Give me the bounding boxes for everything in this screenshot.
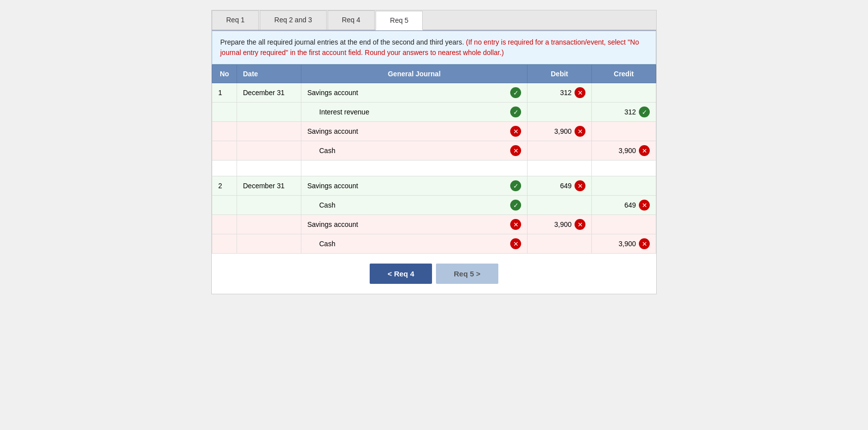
journal-label: Savings account xyxy=(307,182,510,190)
cell-journal: Savings account✕ xyxy=(301,122,528,141)
journal-table: No Date General Journal Debit Credit 1De… xyxy=(212,64,656,254)
x-icon[interactable]: ✕ xyxy=(510,145,521,156)
credit-value: 649 xyxy=(625,201,636,209)
cell-date xyxy=(237,234,301,254)
journal-label: Cash xyxy=(307,240,510,248)
cell-credit xyxy=(592,83,656,103)
journal-label: Interest revenue xyxy=(307,108,510,116)
prev-button[interactable]: < Req 4 xyxy=(370,264,432,284)
cell-credit: 649✕ xyxy=(592,196,656,215)
header-debit: Debit xyxy=(528,65,592,83)
table-row: 1December 31Savings account✓312✕ xyxy=(212,83,656,103)
cell-credit: 312✓ xyxy=(592,103,656,122)
cell-credit xyxy=(592,122,656,141)
x-icon[interactable]: ✕ xyxy=(639,145,650,156)
cell-no xyxy=(212,122,237,141)
cell-date xyxy=(237,161,301,176)
journal-label: Savings account xyxy=(307,127,510,135)
cell-date xyxy=(237,196,301,215)
cell-date: December 31 xyxy=(237,176,301,196)
cell-date xyxy=(237,141,301,161)
x-icon[interactable]: ✕ xyxy=(639,238,650,249)
x-icon[interactable]: ✕ xyxy=(510,219,521,230)
debit-value: 312 xyxy=(560,89,572,97)
credit-value: 312 xyxy=(625,108,636,116)
cell-journal: Cash✓ xyxy=(301,196,528,215)
cell-debit: 649✕ xyxy=(528,176,592,196)
nav-buttons: < Req 4 Req 5 > xyxy=(212,254,656,294)
cell-no: 1 xyxy=(212,83,237,103)
debit-value: 3,900 xyxy=(554,127,572,135)
cell-date: December 31 xyxy=(237,83,301,103)
check-icon[interactable]: ✓ xyxy=(510,87,521,98)
cell-journal: Cash✕ xyxy=(301,234,528,254)
x-icon[interactable]: ✕ xyxy=(575,219,585,230)
cell-credit: 3,900✕ xyxy=(592,141,656,161)
table-row: Cash✕3,900✕ xyxy=(212,141,656,161)
cell-no xyxy=(212,161,237,176)
cell-date xyxy=(237,122,301,141)
cell-debit: 3,900✕ xyxy=(528,122,592,141)
cell-date xyxy=(237,103,301,122)
journal-table-wrapper: No Date General Journal Debit Credit 1De… xyxy=(212,64,656,254)
tab-req1[interactable]: Req 1 xyxy=(212,10,259,30)
table-row: Cash✕3,900✕ xyxy=(212,234,656,254)
next-button[interactable]: Req 5 > xyxy=(436,264,498,284)
info-box: Prepare the all required journal entries… xyxy=(212,31,656,64)
cell-no xyxy=(212,234,237,254)
debit-value: 649 xyxy=(560,182,572,190)
table-header-row: No Date General Journal Debit Credit xyxy=(212,65,656,83)
debit-value: 3,900 xyxy=(554,220,572,228)
cell-no: 2 xyxy=(212,176,237,196)
cell-credit xyxy=(592,161,656,176)
cell-debit xyxy=(528,196,592,215)
x-icon[interactable]: ✕ xyxy=(575,180,585,191)
check-icon[interactable]: ✓ xyxy=(510,200,521,211)
cell-no xyxy=(212,141,237,161)
cell-debit: 312✕ xyxy=(528,83,592,103)
cell-credit xyxy=(592,176,656,196)
x-icon[interactable]: ✕ xyxy=(510,238,521,249)
tab-req4[interactable]: Req 4 xyxy=(328,10,375,30)
x-icon[interactable]: ✕ xyxy=(510,126,521,137)
credit-value: 3,900 xyxy=(619,147,636,155)
journal-label: Savings account xyxy=(307,220,510,228)
info-text-black: Prepare the all required journal entries… xyxy=(220,38,464,46)
tab-bar: Req 1Req 2 and 3Req 4Req 5 xyxy=(212,10,656,31)
check-icon[interactable]: ✓ xyxy=(510,107,521,117)
cell-no xyxy=(212,196,237,215)
table-row: Interest revenue✓312✓ xyxy=(212,103,656,122)
x-icon[interactable]: ✕ xyxy=(639,200,650,211)
cell-journal: Savings account✓ xyxy=(301,176,528,196)
cell-date xyxy=(237,215,301,234)
cell-debit xyxy=(528,103,592,122)
header-journal: General Journal xyxy=(301,65,528,83)
x-icon[interactable]: ✕ xyxy=(575,126,585,137)
cell-debit xyxy=(528,161,592,176)
header-date: Date xyxy=(237,65,301,83)
cell-debit xyxy=(528,234,592,254)
table-row: Savings account✕3,900✕ xyxy=(212,122,656,141)
cell-journal: Cash✕ xyxy=(301,141,528,161)
cell-credit xyxy=(592,215,656,234)
tab-req5[interactable]: Req 5 xyxy=(376,11,423,30)
table-row xyxy=(212,161,656,176)
table-row: Cash✓649✕ xyxy=(212,196,656,215)
check-icon[interactable]: ✓ xyxy=(639,107,650,117)
cell-credit: 3,900✕ xyxy=(592,234,656,254)
journal-label: Cash xyxy=(307,201,510,209)
journal-label: Savings account xyxy=(307,89,510,97)
x-icon[interactable]: ✕ xyxy=(575,87,585,98)
table-row: 2December 31Savings account✓649✕ xyxy=(212,176,656,196)
header-credit: Credit xyxy=(592,65,656,83)
main-container: Req 1Req 2 and 3Req 4Req 5 Prepare the a… xyxy=(211,10,657,294)
cell-journal: Savings account✕ xyxy=(301,215,528,234)
tab-req23[interactable]: Req 2 and 3 xyxy=(260,10,326,30)
cell-no xyxy=(212,215,237,234)
check-icon[interactable]: ✓ xyxy=(510,180,521,191)
journal-label: Cash xyxy=(307,147,510,155)
cell-debit xyxy=(528,141,592,161)
cell-journal: Interest revenue✓ xyxy=(301,103,528,122)
cell-no xyxy=(212,103,237,122)
credit-value: 3,900 xyxy=(619,240,636,248)
